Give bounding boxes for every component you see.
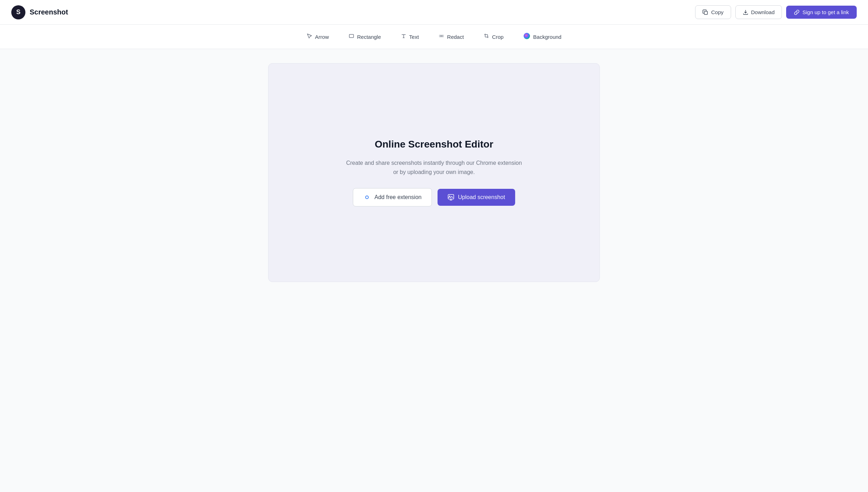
toolbar-item-arrow[interactable]: Arrow: [303, 31, 332, 42]
canvas-subtitle: Create and share screenshots instantly t…: [346, 158, 522, 176]
download-button[interactable]: Download: [735, 5, 782, 19]
svg-rect-1: [349, 35, 354, 38]
toolbar-label-redact: Redact: [447, 34, 464, 40]
toolbar-item-text[interactable]: Text: [397, 31, 423, 42]
toolbar: Arrow Rectangle Text Redact: [0, 25, 868, 49]
svg-point-5: [366, 196, 368, 198]
canvas-title: Online Screenshot Editor: [375, 139, 493, 150]
signup-button[interactable]: Sign up to get a link: [786, 6, 857, 19]
redact-icon: [439, 33, 444, 40]
toolbar-item-background[interactable]: Background: [520, 30, 565, 43]
canvas-buttons: Add free extension Upload screenshot: [353, 188, 515, 206]
toolbar-item-redact[interactable]: Redact: [435, 31, 468, 42]
svg-rect-0: [704, 11, 707, 14]
svg-rect-7: [448, 194, 454, 199]
chrome-icon: [363, 193, 371, 201]
upload-screenshot-label: Upload screenshot: [458, 194, 505, 200]
header-left: S Screenshot: [11, 5, 68, 19]
arrow-icon: [307, 33, 312, 40]
header: S Screenshot Copy Download Sign up to ge…: [0, 0, 868, 25]
logo-avatar: S: [11, 5, 25, 19]
svg-point-3: [524, 33, 530, 39]
main-content: Online Screenshot Editor Create and shar…: [0, 49, 868, 492]
background-icon: [523, 32, 530, 41]
toolbar-item-rectangle[interactable]: Rectangle: [345, 31, 385, 42]
toolbar-label-arrow: Arrow: [315, 34, 329, 40]
app-title: Screenshot: [30, 8, 68, 16]
text-icon: [401, 33, 406, 40]
toolbar-label-rectangle: Rectangle: [357, 34, 381, 40]
canvas-area: Online Screenshot Editor Create and shar…: [268, 63, 600, 282]
copy-button[interactable]: Copy: [695, 5, 731, 19]
add-extension-label: Add free extension: [374, 194, 421, 200]
toolbar-label-text: Text: [409, 34, 419, 40]
add-extension-button[interactable]: Add free extension: [353, 188, 432, 206]
upload-icon: [447, 194, 454, 201]
copy-icon: [703, 10, 708, 15]
header-actions: Copy Download Sign up to get a link: [695, 5, 857, 19]
upload-screenshot-button[interactable]: Upload screenshot: [438, 189, 515, 206]
download-icon: [743, 10, 748, 15]
crop-icon: [484, 33, 489, 40]
link-icon: [794, 10, 800, 15]
rectangle-icon: [349, 33, 354, 40]
svg-point-8: [449, 196, 450, 197]
toolbar-label-crop: Crop: [492, 34, 504, 40]
toolbar-item-crop[interactable]: Crop: [480, 31, 507, 42]
toolbar-label-background: Background: [533, 34, 561, 40]
